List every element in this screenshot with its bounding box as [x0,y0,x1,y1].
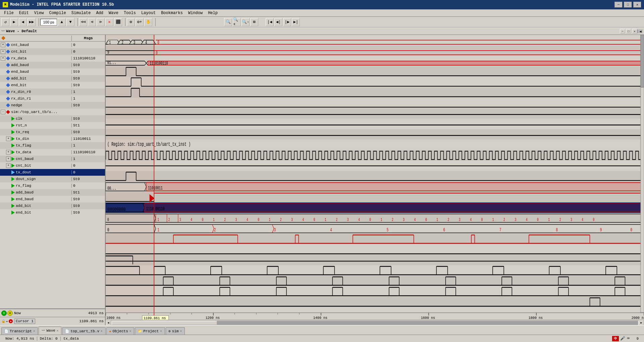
signal-row-tx_dout[interactable]: tx_dout 0 [0,169,105,176]
signal-row-rx_din_r0[interactable]: rx_din_r0 1 [0,89,105,95]
tab-wave[interactable]: 〰 Wave ✕ [39,327,61,335]
horizontal-scrollbar[interactable]: ◀ ▶ [106,320,644,325]
signal-row-rx_din_r1[interactable]: rx_din_r1 1 [0,95,105,102]
signal-row-tx_data[interactable]: + tx_data 1110100110 [0,149,105,156]
restart-button[interactable]: ↺ [1,18,9,26]
zoom-out-button[interactable]: 🔍- [241,18,250,26]
close-button[interactable]: ✕ [633,2,641,8]
zoom-in-button[interactable]: 🔍+ [233,18,241,26]
wave-nav-3[interactable]: |▶ [283,18,291,26]
signal-row-end_baud_tx[interactable]: end_baud St0 [0,196,105,203]
tab-objects[interactable]: ◈ Objects ✕ [106,327,135,335]
compile-button[interactable]: ⚙ [127,18,135,26]
tab-project[interactable]: 📁 Project ✕ [135,327,165,335]
project-tab-close[interactable]: ✕ [160,329,162,333]
signal-row-tx_flag[interactable]: tx_flag 1 [0,142,105,149]
stop-button[interactable]: ⬛ [114,18,122,26]
signal-row-tx_din[interactable]: + tx_din 11010011 [0,135,105,142]
maximize-button[interactable]: □ [624,2,632,8]
menu-layout[interactable]: Layout [139,10,158,16]
svg-rect-23 [106,276,644,286]
signal-row-add_bit_tx[interactable]: add_bit St0 [0,203,105,209]
name-cnt_bit_tx: cnt_bit [16,164,71,168]
step-forward-button[interactable]: ▶▶ [28,18,36,26]
svg-text:9: 9 [600,227,602,233]
wave-nav-2[interactable]: ◀| [274,18,282,26]
signal-row-tx_req[interactable]: tx_req St0 [0,129,105,135]
val-cnt_bit: 0 [71,50,105,54]
signal-row-add_bit[interactable]: add_bit St0 [0,75,105,82]
signal-row-cnt_bit_tx[interactable]: + cnt_bit 0 [0,162,105,169]
signal-row-end_bit[interactable]: end_bit St0 [0,82,105,89]
scroll-thumb[interactable] [112,321,217,325]
name-dout_sign: dout_sign [16,177,71,181]
drag-button[interactable]: ✋ [144,18,152,26]
run-length-down[interactable]: ▼ [66,18,74,26]
signal-row-rx_flag[interactable]: rx_flag 0 [0,182,105,189]
minimize-button[interactable]: ─ [614,2,623,8]
run-button[interactable]: ▶ [10,18,18,26]
wave-nav-4[interactable]: ▶| [292,18,300,26]
menu-bookmarks[interactable]: Bookmarks [158,10,185,16]
wave-minimize-button[interactable]: ─ [620,29,625,34]
tab-sim[interactable]: ⚙ sim ✕ [166,327,185,335]
run-length-up[interactable]: ▲ [58,18,66,26]
uart-tab-close[interactable]: ✕ [101,329,102,333]
step-back-button[interactable]: ◀ [19,18,27,26]
menu-add[interactable]: Add [93,10,106,16]
tab-transcript[interactable]: 📄 Transcript ✕ [1,327,38,335]
menu-tools[interactable]: Tools [121,10,139,16]
signal-row-cnt_baud_tx[interactable]: + cnt_baud 1 [0,156,105,162]
signal-row-cnt_baud[interactable]: + cnt_baud 0 [0,42,105,48]
menu-view[interactable]: View [32,10,47,16]
svg-text:3: 3 [459,217,461,222]
menu-simulate[interactable]: Simulate [69,10,94,16]
svg-text:4: 4 [302,217,304,222]
expand-rx_data[interactable]: + [1,56,5,61]
menu-help[interactable]: Help [205,10,220,16]
signal-row-clk[interactable]: clk St0 [0,115,105,122]
svg-text:2: 2 [168,217,170,222]
name-cnt_bit: cnt_bit [11,50,71,54]
signal-row-sim-region[interactable]: - sim:/top_uart_tb/u... [0,109,105,115]
scroll-left-button[interactable]: ◀ [106,320,111,326]
signal-row-dout_sign[interactable]: dout_sign St0 [0,176,105,182]
wave-maximize-button[interactable]: □ [626,29,631,34]
expand-cnt_bit[interactable]: + [1,49,5,54]
tab-top_uart_tb[interactable]: 📄 top_uart_tb.v ✕ [62,327,105,335]
scroll-track[interactable] [112,321,638,325]
break-button[interactable]: ✕ [105,18,113,26]
signal-row-nedge[interactable]: nedge St0 [0,102,105,109]
signal-row-rst_n[interactable]: rst_n St1 [0,122,105,129]
signal-row-cnt_bit[interactable]: + cnt_bit 0 [0,48,105,55]
signal-row-add_baud[interactable]: add_baud St0 [0,62,105,68]
signal-row-end_baud[interactable]: end_baud St0 [0,68,105,75]
menu-edit[interactable]: Edit [16,10,32,16]
scroll-right-button[interactable]: ▶ [639,320,644,326]
zoom-full-button[interactable]: ⊞ [250,18,258,26]
menu-compile[interactable]: Compile [46,10,68,16]
wave-nav-1[interactable]: |◀ [266,18,274,26]
collapse-handle[interactable]: ◀ [637,30,643,33]
zoom-cursor-button[interactable]: 🔍 [224,18,232,26]
time-input[interactable] [40,19,57,25]
wave-close-button[interactable]: ✕ [632,29,637,34]
svg-text:3: 3 [403,217,405,222]
signal-row-add_baud_tx[interactable]: add_baud St1 [0,189,105,196]
waveform-display[interactable]: 1 2 3 4 0 9 0 01... [106,35,644,312]
signal-row-rx_data[interactable]: + rx_data 1110100110 [0,55,105,62]
run-all-button[interactable]: ⊲⊲ [79,18,87,26]
menu-window[interactable]: Window [185,10,205,16]
menu-wave[interactable]: Wave [106,10,121,16]
compile-all-button[interactable]: ⚙+ [136,18,144,26]
expand-cnt_baud[interactable]: + [1,43,5,47]
svg-text:2: 2 [280,217,282,222]
signal-row-end_bit_tx[interactable]: end_bit St0 [0,209,105,216]
objects-tab-close[interactable]: ✕ [129,329,131,333]
wave-tab-close[interactable]: ✕ [57,329,58,333]
menu-file[interactable]: File [1,10,16,16]
transcript-tab-close[interactable]: ✕ [33,329,35,333]
sim-tab-close[interactable]: ✕ [180,329,182,333]
run-specified-button[interactable]: ⊲ [88,18,96,26]
step-button[interactable]: ⊳ [97,18,105,26]
